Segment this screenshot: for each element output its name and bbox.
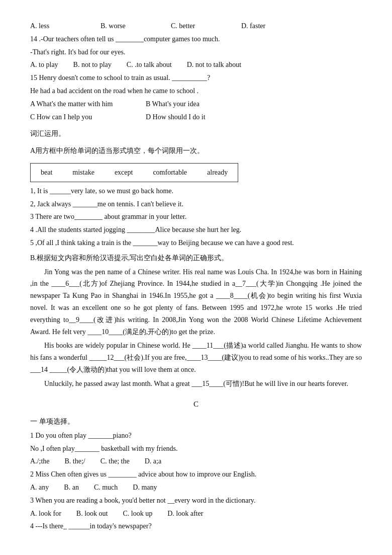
vocab-sentence-4: 4 .All the students started jogging ____… bbox=[30, 224, 362, 236]
q15-context: He had a bad accident on the road when h… bbox=[30, 85, 362, 97]
vocab-sentence-1: 1, It is ______very late, so we must go … bbox=[30, 185, 362, 197]
c-q3-opt-c: C. look up bbox=[123, 508, 152, 520]
q14-opt-b: B. not to play bbox=[73, 59, 112, 71]
c-q2-opt-c: C. much bbox=[94, 482, 118, 494]
vocab-word-mistake: mistake bbox=[72, 167, 94, 179]
vocab-passage-line-1: Jin Yong was the pen name of a Chinese w… bbox=[30, 266, 362, 338]
q15-options-row1: A What's the matter with him B What's yo… bbox=[30, 98, 362, 110]
c-q1-options: A./;the B. the;/ C. the; the D. a;a bbox=[30, 455, 362, 467]
c-q1-response: No ,I often play_______ basketball with … bbox=[30, 443, 362, 455]
c-q3-opt-b: B. look out bbox=[76, 508, 108, 520]
vocab-word-beat: beat bbox=[41, 167, 52, 179]
c-q3-opt-a: A. look for bbox=[30, 508, 61, 520]
vocab-section: 词汇运用。 A用方框中所给单词的适当形式填空，每个词限用一次。 beat mis… bbox=[30, 128, 362, 389]
vocab-passage-line-2: His books are widely popular in Chinese … bbox=[30, 340, 362, 375]
section-c-title: 一 单项选择。 bbox=[30, 416, 362, 428]
vocab-word-comfortable: comfortable bbox=[153, 167, 187, 179]
section-c-label: C bbox=[30, 398, 362, 411]
c-q1-opt-c: C. the; the bbox=[101, 455, 130, 467]
c-q1-stem: 1 Do you often play _______piano? bbox=[30, 430, 362, 442]
q14-opt-a: A. to play bbox=[30, 59, 58, 71]
c-q3-stem: 3 When you are reading a book, you'd bet… bbox=[30, 495, 362, 507]
vocab-subtitle-a: A用方框中所给单词的适当形式填空，每个词限用一次。 bbox=[30, 145, 362, 157]
c-q2-opt-a: A. any bbox=[30, 482, 49, 494]
c-q1-opt-a: A./;the bbox=[30, 455, 50, 467]
vocab-word-already: already bbox=[207, 167, 228, 179]
c-q4-stem: 4 ---Is there_ ______in today's newspape… bbox=[30, 520, 362, 532]
vocab-sentence-2: 2, Jack always _______me on tennis. I ca… bbox=[30, 198, 362, 210]
c-q3-opt-d: D. look after bbox=[167, 508, 203, 520]
c-q1-opt-b: B. the;/ bbox=[65, 455, 85, 467]
c-q1-opt-d: D. a;a bbox=[145, 455, 161, 467]
q15-opt-c: C How can I help you bbox=[30, 111, 131, 123]
q15-stem: 15 Henry doesn't come to school to train… bbox=[30, 72, 362, 84]
q15-opt-b: B What's your idea bbox=[146, 98, 200, 110]
q14-opt-d: D. not to talk about bbox=[187, 59, 242, 71]
vocab-sentence-5: 5 ,Of all ,I think taking a train is the… bbox=[30, 237, 362, 249]
vocab-word-except: except bbox=[115, 167, 133, 179]
vocab-subtitle-b: B.根据短文内容和所给汉语提示,写出空白处各单词的正确形式。 bbox=[30, 252, 362, 264]
option-c-better: C. better bbox=[171, 20, 226, 32]
option-d-faster: D. faster bbox=[241, 20, 297, 32]
vocab-passage-line-3: Unluckily, he passed away last month. Wh… bbox=[30, 378, 362, 390]
q14-response: -That's right. It's bad for our eyes. bbox=[30, 46, 362, 58]
vocab-sentence-3: 3 There are two________ about grammar in… bbox=[30, 211, 362, 223]
top-options-row: A. less B. worse C. better D. faster bbox=[30, 20, 362, 32]
option-a-less: A. less bbox=[30, 20, 85, 32]
option-b-worse: B. worse bbox=[101, 20, 156, 32]
vocab-word-box: beat mistake except comfortable already bbox=[30, 163, 238, 182]
q14-options: A. to play B. not to play C. .to talk ab… bbox=[30, 59, 362, 71]
c-q2-options: A. any B. an C. much D. many bbox=[30, 482, 362, 494]
q15-opt-a: A What's the matter with him bbox=[30, 98, 131, 110]
vocab-title-a: 词汇运用。 bbox=[30, 128, 362, 140]
c-q2-opt-b: B. an bbox=[64, 482, 79, 494]
q14-stem: 14 .-Our teachers often tell us ________… bbox=[30, 33, 362, 45]
q15-opt-d: D How should I do it bbox=[146, 111, 206, 123]
section-c: C 一 单项选择。 1 Do you often play _______pia… bbox=[30, 398, 362, 533]
c-q2-stem: 2 Miss Chen often gives us ________ advi… bbox=[30, 468, 362, 481]
c-q3-options: A. look for B. look out C. look up D. lo… bbox=[30, 508, 362, 520]
q14-opt-c: C. .to talk about bbox=[127, 59, 172, 71]
c-q2-opt-d: D. many bbox=[133, 482, 157, 494]
q15-options-row2: C How can I help you D How should I do i… bbox=[30, 111, 362, 123]
